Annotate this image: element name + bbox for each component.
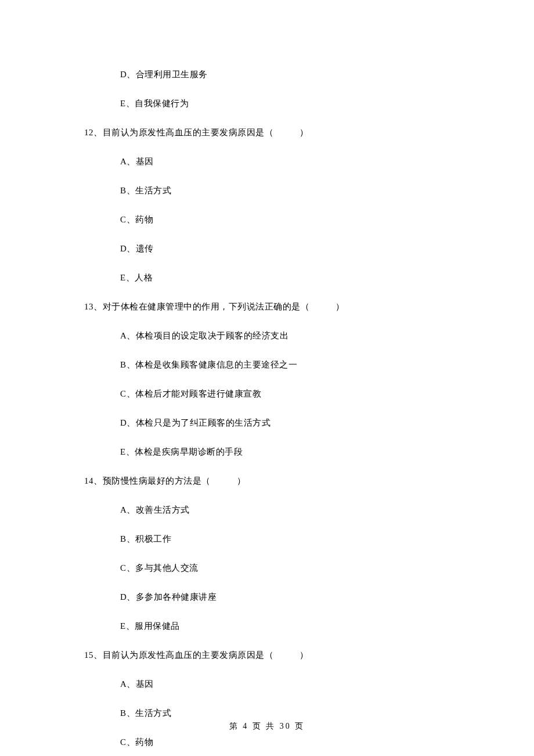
page-number: 第 4 页 共 30 页 (229, 722, 305, 730)
option-item: B、生活方式 (84, 185, 450, 197)
question-item: 15、目前认为原发性高血压的主要发病原因是（） (84, 649, 450, 661)
option-item: B、积极工作 (84, 533, 450, 545)
option-label: A、改善生活方式 (120, 505, 190, 514)
option-label: B、生活方式 (120, 186, 171, 195)
option-item: C、体检后才能对顾客进行健康宣教 (84, 388, 450, 400)
option-item: B、体检是收集顾客健康信息的主要途径之一 (84, 359, 450, 371)
option-item: D、遗传 (84, 243, 450, 255)
option-label: C、药物 (120, 737, 153, 747)
option-item: E、自我保健行为 (84, 98, 450, 110)
option-item: D、合理利用卫生服务 (84, 69, 450, 81)
question-item: 14、预防慢性病最好的方法是（） (84, 475, 450, 487)
option-label: E、人格 (120, 273, 153, 282)
question-item: 13、对于体检在健康管理中的作用，下列说法正确的是（） (84, 301, 450, 313)
option-item: E、人格 (84, 272, 450, 284)
question-stem-end: ） (300, 650, 309, 660)
question-stem-end: ） (335, 302, 345, 311)
question-stem: 目前认为原发性高血压的主要发病原因是（ (103, 128, 274, 137)
option-item: A、体检项目的设定取决于顾客的经济支出 (84, 330, 450, 342)
option-label: C、多与其他人交流 (120, 563, 199, 573)
question-stem: 对于体检在健康管理中的作用，下列说法正确的是（ (103, 302, 310, 311)
option-item: D、多参加各种健康讲座 (84, 591, 450, 603)
option-label: C、药物 (120, 215, 153, 224)
option-item: C、药物 (84, 736, 450, 748)
option-item: A、基因 (84, 678, 450, 690)
question-item: 12、目前认为原发性高血压的主要发病原因是（） (84, 127, 450, 139)
option-label: A、体检项目的设定取决于顾客的经济支出 (120, 331, 288, 340)
option-item: C、多与其他人交流 (84, 562, 450, 574)
option-item: E、服用保健品 (84, 620, 450, 632)
option-item: A、基因 (84, 156, 450, 168)
option-label: E、服用保健品 (120, 621, 180, 631)
page-footer: 第 4 页 共 30 页 (0, 721, 534, 732)
option-label: B、生活方式 (120, 708, 171, 718)
question-number: 13、 (84, 302, 103, 311)
option-label: E、自我保健行为 (120, 99, 189, 108)
option-item: B、生活方式 (84, 707, 450, 719)
question-stem: 预防慢性病最好的方法是（ (103, 476, 211, 485)
option-item: A、改善生活方式 (84, 504, 450, 516)
option-label: D、合理利用卫生服务 (120, 70, 208, 79)
question-number: 12、 (84, 128, 103, 137)
question-stem: 目前认为原发性高血压的主要发病原因是（ (103, 650, 274, 660)
question-number: 14、 (84, 476, 103, 485)
question-stem-end: ） (237, 476, 246, 485)
option-item: D、体检只是为了纠正顾客的生活方式 (84, 417, 450, 429)
option-label: B、体检是收集顾客健康信息的主要途径之一 (120, 360, 297, 369)
option-item: E、体检是疾病早期诊断的手段 (84, 446, 450, 458)
option-label: D、多参加各种健康讲座 (120, 592, 217, 602)
question-number: 15、 (84, 650, 103, 660)
option-label: B、积极工作 (120, 534, 171, 543)
option-label: C、体检后才能对顾客进行健康宣教 (120, 389, 261, 398)
option-item: C、药物 (84, 214, 450, 226)
option-label: E、体检是疾病早期诊断的手段 (120, 447, 243, 456)
question-stem-end: ） (300, 128, 309, 137)
page-content: D、合理利用卫生服务 E、自我保健行为 12、目前认为原发性高血压的主要发病原因… (0, 0, 534, 756)
option-label: A、基因 (120, 679, 154, 689)
option-label: A、基因 (120, 157, 154, 166)
option-label: D、体检只是为了纠正顾客的生活方式 (120, 418, 270, 427)
option-label: D、遗传 (120, 244, 154, 253)
